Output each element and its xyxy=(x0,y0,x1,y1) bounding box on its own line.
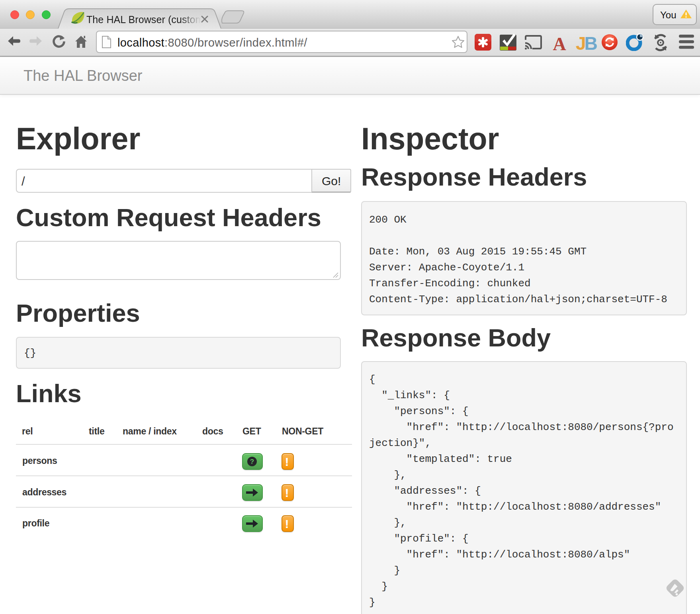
svg-text:?: ? xyxy=(250,458,254,465)
